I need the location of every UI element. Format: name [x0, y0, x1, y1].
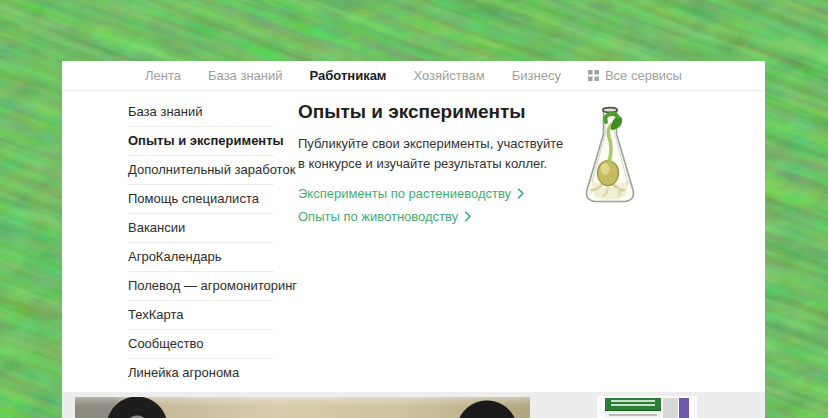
sidebar-item-experiments[interactable]: Опыты и эксперименты [128, 127, 274, 156]
link-crop-experiments-label: Эксперименты по растениеводству [298, 186, 511, 201]
main-content: Опыты и эксперименты Публикуйте свои экс… [298, 101, 598, 232]
sidebar-item-vacancies[interactable]: Вакансии [128, 214, 274, 243]
flask-illustration [578, 104, 642, 214]
sidebar-item-techkarta[interactable]: ТехКарта [128, 301, 274, 330]
sidebar-item-agronomist-ruler[interactable]: Линейка агронома [128, 359, 274, 387]
link-livestock-experiments[interactable]: Опыты по животноводству [298, 209, 598, 224]
product-boxes-photo[interactable] [597, 396, 697, 418]
chevron-right-icon [517, 188, 525, 199]
sidebar-item-community[interactable]: Сообщество [128, 330, 274, 359]
chevron-right-icon [464, 211, 472, 222]
top-navigation: Лента База знаний Работникам Хозяйствам … [62, 61, 765, 91]
sidebar-item-specialist-help[interactable]: Помощь специалиста [128, 185, 274, 214]
product-box-side [663, 398, 678, 418]
nav-item-business[interactable]: Бизнесу [512, 68, 561, 83]
nav-item-knowledge-base[interactable]: База знаний [208, 68, 283, 83]
content-card: Лента База знаний Работникам Хозяйствам … [62, 61, 765, 418]
nav-item-workers[interactable]: Работникам [310, 68, 387, 83]
sidebar-menu: База знаний Опыты и эксперименты Дополни… [128, 98, 274, 387]
nav-item-all-services[interactable]: Все сервисы [588, 68, 682, 83]
sidebar-item-knowledge-base[interactable]: База знаний [128, 98, 274, 127]
grid-icon [588, 70, 599, 81]
sidebar-item-agrocalendar[interactable]: АгроКалендарь [128, 243, 274, 272]
product-box-purple-stripe [679, 398, 689, 418]
car-photo[interactable] [75, 397, 530, 418]
sidebar-item-polevod-agromonitoring[interactable]: Полевод — агромониторинг [128, 272, 274, 301]
page-title: Опыты и эксперименты [298, 101, 598, 123]
link-crop-experiments[interactable]: Эксперименты по растениеводству [298, 186, 598, 201]
card-body: База знаний Опыты и эксперименты Дополни… [62, 91, 765, 392]
bottom-section [62, 392, 765, 418]
nav-all-services-label: Все сервисы [605, 68, 682, 83]
link-livestock-experiments-label: Опыты по животноводству [298, 209, 458, 224]
nav-item-farms[interactable]: Хозяйствам [414, 68, 485, 83]
nav-item-lenta[interactable]: Лента [145, 68, 181, 83]
page: Лента База знаний Работникам Хозяйствам … [0, 0, 828, 418]
product-box-body [605, 411, 661, 418]
sidebar-item-extra-income[interactable]: Дополнительный заработок [128, 156, 274, 185]
product-box-green-header [605, 398, 661, 411]
page-description: Публикуйте свои эксперименты, участвуйте… [298, 134, 570, 173]
